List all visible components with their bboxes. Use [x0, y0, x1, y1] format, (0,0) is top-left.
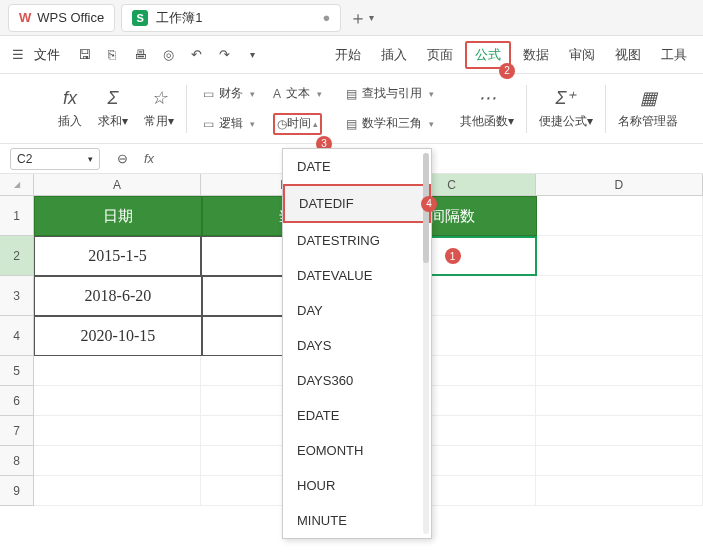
logic-button[interactable]: ▭逻辑▾: [197, 110, 261, 138]
dropdown-item-day[interactable]: DAY: [283, 293, 431, 328]
dropdown-item-date[interactable]: DATE: [283, 149, 431, 184]
row-header[interactable]: 8: [0, 446, 34, 476]
lookup-button[interactable]: ▤查找与引用▾: [340, 80, 440, 108]
finance-label: 财务: [219, 85, 243, 102]
cell[interactable]: [34, 416, 201, 446]
quick-formula-button[interactable]: Σ⁺ 便捷公式▾: [531, 87, 601, 130]
divider: [186, 85, 187, 133]
cell[interactable]: [34, 386, 201, 416]
name-manager-label: 名称管理器: [618, 113, 678, 130]
dropdown-item-edate[interactable]: EDATE: [283, 398, 431, 433]
cell[interactable]: [536, 476, 703, 506]
chevron-down-icon: ▾: [88, 154, 93, 164]
cell[interactable]: [536, 356, 703, 386]
more-func-button[interactable]: ⋯ 其他函数▾: [452, 87, 522, 130]
callout-2: 2: [499, 63, 515, 79]
col-header-a[interactable]: A: [34, 174, 201, 196]
time-button[interactable]: ◷ 时间 ▴: [273, 113, 322, 135]
redo-icon[interactable]: ↷: [212, 43, 236, 67]
divider: [605, 85, 606, 133]
cell-a3[interactable]: 2018-6-20: [34, 276, 202, 316]
ellipsis-icon: ⋯: [478, 87, 496, 109]
dropdown-item-datedif[interactable]: DATEDIF 4: [283, 184, 431, 223]
undo-icon[interactable]: ↶: [184, 43, 208, 67]
cell-d1[interactable]: [537, 196, 704, 236]
tab-view[interactable]: 视图: [605, 36, 651, 73]
row-header[interactable]: 3: [0, 276, 34, 316]
cell[interactable]: [536, 386, 703, 416]
document-name: 工作簿1: [156, 9, 202, 27]
row-header[interactable]: 9: [0, 476, 34, 506]
more-label: 其他函数: [460, 114, 508, 128]
callout-4: 4: [421, 196, 437, 212]
cell[interactable]: [536, 446, 703, 476]
fx-icon: fx: [63, 88, 77, 109]
dropdown-item-label: DATEDIF: [299, 196, 354, 211]
tab-start[interactable]: 开始: [325, 36, 371, 73]
app-badge[interactable]: W WPS Office: [8, 4, 115, 32]
insert-func-button[interactable]: fx 插入: [50, 87, 90, 130]
select-all-corner[interactable]: ◢: [0, 174, 34, 196]
name-manager-icon: ▦: [640, 87, 657, 109]
document-tab[interactable]: S 工作簿1 ●: [121, 4, 341, 32]
tab-layout[interactable]: 页面: [417, 36, 463, 73]
wps-logo-icon: W: [19, 10, 31, 25]
dropdown-item-datestring[interactable]: DATESTRING: [283, 223, 431, 258]
insert-func-label: 插入: [58, 113, 82, 130]
tab-insert[interactable]: 插入: [371, 36, 417, 73]
fx-label-icon[interactable]: fx: [144, 151, 154, 166]
logic-icon: ▭: [203, 117, 214, 131]
dropdown-item-datevalue[interactable]: DATEVALUE: [283, 258, 431, 293]
cell-a4[interactable]: 2020-10-15: [34, 316, 202, 356]
row-header[interactable]: 4: [0, 316, 34, 356]
cell[interactable]: [34, 446, 201, 476]
more-qat-icon[interactable]: ▾: [240, 43, 264, 67]
cell-a2[interactable]: 2015-1-5: [34, 236, 201, 276]
file-menu[interactable]: 文件: [34, 46, 60, 64]
clock-icon: ◷: [277, 117, 287, 131]
divider: [526, 85, 527, 133]
finance-button[interactable]: ▭财务▾: [197, 80, 261, 108]
dropdown-item-days[interactable]: DAYS: [283, 328, 431, 363]
row-header[interactable]: 7: [0, 416, 34, 446]
preview-icon[interactable]: ◎: [156, 43, 180, 67]
logic-label: 逻辑: [219, 115, 243, 132]
dropdown-item-eomonth[interactable]: EOMONTH: [283, 433, 431, 468]
col-header-d[interactable]: D: [536, 174, 703, 196]
cell[interactable]: [34, 356, 201, 386]
save-icon[interactable]: 🖫: [72, 43, 96, 67]
math-button[interactable]: ▤数学和三角▾: [340, 110, 440, 138]
quick-label: 便捷公式: [539, 114, 587, 128]
cell[interactable]: [34, 476, 201, 506]
common-button[interactable]: ☆ 常用▾: [136, 87, 182, 130]
cell-d4[interactable]: [536, 316, 703, 356]
dropdown-item-minute[interactable]: MINUTE: [283, 503, 431, 538]
chevron-down-icon: ▴: [313, 119, 318, 129]
tab-formula[interactable]: 公式 2: [465, 41, 511, 69]
row-header[interactable]: 1: [0, 196, 34, 236]
quick-icon: Σ⁺: [556, 87, 577, 109]
dropdown-item-hour[interactable]: HOUR: [283, 468, 431, 503]
sum-button[interactable]: Σ 求和▾: [90, 87, 136, 130]
print-icon[interactable]: 🖶: [128, 43, 152, 67]
zoom-out-icon[interactable]: ⊖: [110, 147, 134, 171]
tab-review[interactable]: 审阅: [559, 36, 605, 73]
cell-a1[interactable]: 日期: [34, 196, 202, 236]
row-header[interactable]: 2: [0, 236, 34, 276]
new-tab-button[interactable]: ＋▾: [347, 4, 375, 32]
tab-tools[interactable]: 工具: [651, 36, 697, 73]
row-header[interactable]: 5: [0, 356, 34, 386]
dropdown-item-days360[interactable]: DAYS360: [283, 363, 431, 398]
cell-d3[interactable]: [536, 276, 703, 316]
cell-d2[interactable]: [537, 236, 703, 276]
app-name-label: WPS Office: [37, 10, 104, 25]
name-manager-button[interactable]: ▦ 名称管理器: [610, 87, 686, 130]
hamburger-icon[interactable]: ☰: [6, 43, 30, 67]
text-func-button[interactable]: A文本▾: [267, 80, 328, 108]
tab-data[interactable]: 数据: [513, 36, 559, 73]
row-header[interactable]: 6: [0, 386, 34, 416]
cell[interactable]: [536, 416, 703, 446]
triangle-icon: ◢: [14, 180, 20, 189]
name-box[interactable]: C2 ▾: [10, 148, 100, 170]
export-icon[interactable]: ⎘: [100, 43, 124, 67]
